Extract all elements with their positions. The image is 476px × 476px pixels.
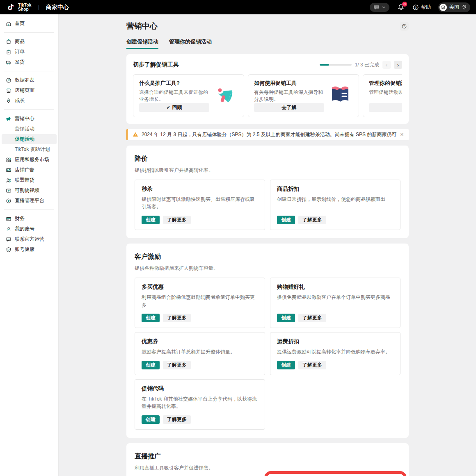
sidebar-item-contact-support[interactable]: 联系官方运营	[2, 234, 57, 244]
sidebar-item-label: 订单	[15, 48, 25, 55]
promo-card-buy-more-save-more: 多买优惠利用商品组合阶梯优惠鼓励消费者单笔订单中购买更多创建了解更多	[135, 278, 265, 328]
sidebar-item-home[interactable]: 首页	[2, 18, 57, 29]
tab-manage-promotions[interactable]: 管理你的促销活动	[169, 38, 212, 49]
sidebar-item-label: 直播管理平台	[15, 197, 44, 204]
sidebar-item-account-health[interactable]: 账号健康	[2, 244, 57, 255]
location-pin-icon	[462, 5, 467, 10]
promo-card-shipping-discount: 运费折扣提供运费激励可以提高转化率并降低购物车放弃率。创建了解更多	[270, 332, 400, 375]
question-circle-icon: ?	[412, 4, 419, 11]
sidebar-item-finance[interactable]: 财务	[2, 214, 57, 224]
sidebar-item-growth[interactable]: 成长	[2, 96, 57, 106]
sidebar-item-analytics[interactable]: 数据罗盘	[2, 75, 57, 85]
promo-card-gift-with-purchase: 购物赠好礼提供免费赠品以激励客户在单个订单中购买更多商品创建了解更多	[270, 278, 400, 328]
tab-create-promotions[interactable]: 创建促销活动	[126, 38, 158, 49]
live-icon	[6, 198, 11, 204]
section-live-promotions: 直播推广利用直播工具吸引客户并促进销售。直播秒杀提供专属直播优惠，激励快速购买、…	[126, 443, 409, 476]
coupon-primary-button[interactable]: 创建	[142, 361, 160, 369]
onboarding-progress-label: 1/ 3 已完成	[355, 61, 379, 68]
sidebar-item-my-account[interactable]: 我的账号	[2, 224, 57, 234]
onboarding-cards: 什么是推广工具?选择合适的促销工具来促进你的业务增长。✓回顾如何使用促销工具有关…	[133, 74, 402, 117]
sidebar-item-shoppable-videos[interactable]: 可购物视频	[2, 185, 57, 196]
buy-more-save-more-primary-button[interactable]: 创建	[142, 314, 160, 322]
onboarding-card-manage-your-promotions: 管理你的促销活动管理促销活动以获得最大去了解	[363, 74, 402, 117]
section-markdown: 降价提供折扣以吸引客户并提高转化率。秒杀提供限时优惠可以激励快速购买、出售积压库…	[126, 146, 409, 238]
ads-icon	[6, 167, 11, 173]
shipping-discount-primary-button[interactable]: 创建	[277, 361, 295, 369]
onboarding-card-button-how-to-use-promo-tools[interactable]: 去了解	[254, 103, 324, 112]
help-button[interactable]: ? 帮助	[412, 4, 431, 11]
sidebar-item-shipping[interactable]: 发货	[2, 57, 57, 67]
tiktok-logo-icon[interactable]	[6, 3, 15, 12]
chat-icon	[6, 237, 11, 242]
onboarding-card-what-are-promo-tools: 什么是推广工具?选择合适的促销工具来促进你的业务增长。✓回顾	[133, 74, 244, 117]
sidebar-item-marketing-center[interactable]: 营销中心	[2, 114, 57, 124]
region-switcher[interactable]: 美国	[438, 2, 470, 12]
flash-sale-learn-more-button[interactable]: 了解更多	[163, 216, 191, 224]
sidebar-item-orders[interactable]: 订单	[2, 47, 57, 57]
shield-icon	[6, 247, 11, 253]
promo-card-promo-code: 促销代码在 TikTok 和其他社交媒体平台上分享代码，以获得流量并提高转化率。…	[135, 379, 265, 430]
storefront-icon	[6, 88, 11, 93]
region-label: 美国	[449, 4, 459, 11]
section-card-grid: 秒杀提供限时优惠可以激励快速购买、出售积压库存或吸引新客。创建了解更多商品折扣创…	[135, 180, 400, 230]
sidebar-item-promotions[interactable]: 促销活动	[2, 134, 57, 144]
promo-card-title: 优惠券	[142, 338, 258, 345]
sidebar: 首页商品订单发货数据罗盘店铺页面成长营销中心营销活动促销活动TikTok 资助计…	[0, 14, 59, 476]
sidebar-item-shop-ads[interactable]: 店铺广告	[2, 165, 57, 175]
notifications-button[interactable]: 8	[397, 3, 405, 11]
sidebar-item-label: 店铺页面	[15, 87, 34, 94]
gift-with-purchase-primary-button[interactable]: 创建	[277, 314, 295, 322]
onboarding-card-button-manage-your-promotions[interactable]: 去了解	[369, 103, 402, 112]
red-highlight-ring	[264, 471, 407, 476]
section-title: 客户激励	[135, 253, 400, 261]
sidebar-item-label: 联系官方运营	[15, 236, 44, 243]
carousel-next-button[interactable]: ›	[394, 61, 402, 69]
flash-sale-primary-button[interactable]: 创建	[142, 216, 160, 224]
gift-with-purchase-learn-more-button[interactable]: 了解更多	[298, 314, 326, 322]
product-discount-learn-more-button[interactable]: 了解更多	[298, 216, 326, 224]
topbar: TikTok Shop | 商家中心 8 ?	[0, 0, 476, 14]
carousel-prev-button[interactable]: ‹	[382, 61, 391, 69]
promo-card-desc: 创建日常折扣，展示划线价，使您的商品脱颖而出	[277, 196, 394, 203]
sidebar-item-shop-page[interactable]: 店铺页面	[2, 85, 57, 96]
sidebar-item-marketing-campaigns[interactable]: 营销活动	[2, 124, 57, 134]
sidebar-item-label: 我的账号	[15, 225, 34, 232]
sidebar-divider	[4, 210, 54, 210]
onboarding-progress-fill	[320, 64, 329, 66]
promo-code-learn-more-button[interactable]: 了解更多	[163, 415, 191, 424]
sidebar-item-app-service-market[interactable]: 应用和服务市场	[2, 155, 57, 165]
page-help-button[interactable]: ?	[400, 22, 409, 31]
onboarding-panel: 初步了解促销工具 1/ 3 已完成 ‹ › 什么是推广工具?选择合适的促销工具来…	[126, 54, 409, 124]
onboarding-card-desc: 选择合适的促销工具来促进你的业务增长。	[139, 89, 209, 103]
megaphone-illustration	[213, 83, 238, 108]
buy-more-save-more-learn-more-button[interactable]: 了解更多	[163, 314, 191, 322]
sidebar-item-affiliate[interactable]: 联盟带货	[2, 175, 57, 185]
shipping-discount-learn-more-button[interactable]: 了解更多	[298, 361, 326, 369]
rocket-icon	[6, 98, 11, 104]
chat-switcher[interactable]	[370, 3, 389, 12]
wallet-icon	[6, 216, 11, 222]
product-discount-primary-button[interactable]: 创建	[277, 216, 295, 224]
promo-card-flash-sale: 秒杀提供限时优惠可以激励快速购买、出售积压库存或吸引新客。创建了解更多	[135, 180, 265, 230]
onboarding-card-button-label: 回顾	[172, 104, 182, 111]
coupon-learn-more-button[interactable]: 了解更多	[163, 361, 191, 369]
onboarding-card-button-label: 去了解	[282, 104, 297, 111]
sidebar-divider	[4, 32, 54, 33]
sidebar-item-label: 应用和服务市场	[15, 156, 49, 163]
sidebar-item-label: 营销中心	[15, 115, 34, 122]
sps-warning-banner: 2024 年 12 月 3 日起，只有店铺体验分（SPS）为 2.5 及以上的商…	[126, 129, 409, 140]
app-title: 商家中心	[46, 4, 69, 11]
sidebar-item-live-management[interactable]: 直播管理平台	[2, 196, 57, 206]
person-icon	[6, 226, 11, 232]
promo-card-desc: 鼓励客户提高其订单总额并提升整体销量。	[142, 348, 258, 356]
promo-code-primary-button[interactable]: 创建	[142, 415, 160, 424]
banner-close-button[interactable]: ✕	[400, 132, 404, 137]
brand-wordmark[interactable]: TikTok Shop	[18, 3, 32, 11]
onboarding-card-button-what-are-promo-tools[interactable]: ✓回顾	[139, 103, 209, 112]
section-customer-incentives: 客户激励提供各种激励措施来扩大购物车容量。多买优惠利用商品组合阶梯优惠鼓励消费者…	[126, 244, 409, 438]
sidebar-divider	[4, 71, 54, 71]
sidebar-item-tiktok-subsidy[interactable]: TikTok 资助计划	[2, 144, 57, 155]
question-circle-icon: ?	[401, 23, 407, 29]
sidebar-item-products[interactable]: 商品	[2, 36, 57, 47]
sidebar-item-label: 数据罗盘	[15, 77, 34, 84]
